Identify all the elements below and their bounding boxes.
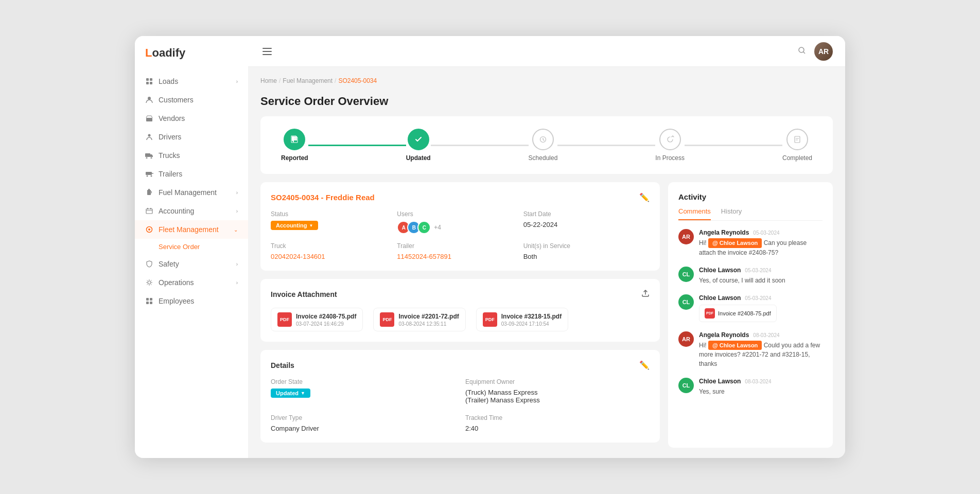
user-avatar[interactable]: AR	[814, 42, 833, 61]
topbar: AR	[248, 36, 845, 67]
content-row: SO2405-0034 - Freddie Read ✏️ Status Acc…	[260, 182, 833, 448]
sidebar-item-loads[interactable]: Loads ›	[135, 72, 248, 91]
sidebar-label-trucks: Trucks	[159, 151, 180, 160]
details-edit-button[interactable]: ✏️	[639, 360, 650, 370]
sidebar-item-employees[interactable]: Employees	[135, 292, 248, 310]
tab-comments[interactable]: Comments	[678, 207, 711, 220]
breadcrumb-home[interactable]: Home	[260, 77, 277, 84]
invoice-item-1[interactable]: PDF Invoice #2201-72.pdf 03-08-2024 12:3…	[373, 308, 465, 331]
user-icon	[145, 96, 153, 104]
hamburger-button[interactable]	[260, 46, 274, 57]
msg-author-5: Chloe Lawson	[699, 378, 741, 385]
sidebar-label-trailers: Trailers	[159, 170, 182, 178]
activity-message-3: CL Chloe Lawson 05-03-2024 PDF Invoice #…	[678, 294, 822, 322]
tab-history[interactable]: History	[721, 207, 742, 220]
chevron-right-icon-acct: ›	[236, 208, 238, 214]
units-label: Unit(s) in Service	[523, 242, 650, 250]
chevron-right-icon-safety: ›	[236, 261, 238, 267]
truck-label: Truck	[271, 242, 397, 250]
breadcrumb: Home / Fuel Management / SO2405-0034	[260, 77, 833, 84]
logo: Loadify	[135, 46, 248, 72]
order-start-date-field: Start Date 05-22-2024	[523, 210, 650, 234]
msg-date-1: 05-03-2024	[753, 230, 779, 236]
shield-icon	[145, 260, 153, 268]
sidebar-label-loads: Loads	[159, 77, 178, 85]
svg-rect-2	[146, 82, 149, 84]
sidebar-item-trailers[interactable]: Trailers	[135, 165, 248, 183]
invoice-date-1: 03-08-2024 12:35:11	[398, 321, 459, 327]
svg-rect-0	[146, 78, 149, 81]
sidebar-item-customers[interactable]: Customers	[135, 91, 248, 109]
sidebar-item-vendors[interactable]: Vendors	[135, 109, 248, 128]
msg-text-1: Hi! @ Chloe Lawson Can you please attach…	[699, 238, 822, 257]
attachment-pdf-icon: PDF	[705, 308, 715, 319]
breadcrumb-fuel[interactable]: Fuel Management	[283, 77, 332, 84]
sidebar-item-drivers[interactable]: Drivers	[135, 128, 248, 146]
order-grid: Status Accounting ▼ Users	[271, 210, 650, 260]
msg-text-2: Yes, of course, I will add it soon	[699, 276, 785, 285]
fleet-icon	[145, 225, 153, 234]
activity-message-1: AR Angela Reynolds 05-03-2024 Hi! @ Chlo…	[678, 229, 822, 257]
upload-button[interactable]	[641, 289, 650, 299]
msg-date-3: 05-03-2024	[745, 295, 771, 301]
updated-badge[interactable]: Updated ▼	[271, 389, 310, 398]
svg-rect-26	[150, 302, 152, 304]
order-truck-field: Truck 02042024-134601	[271, 242, 397, 260]
order-state-value: Updated ▼	[271, 389, 455, 398]
equipment-owner-trailer: (Trailer) Manass Express	[465, 396, 650, 404]
step-scheduled: Scheduled	[529, 129, 558, 162]
step-label-updated: Updated	[406, 154, 431, 162]
trailer-label: Trailer	[397, 242, 523, 250]
msg-attachment-3[interactable]: PDF Invoice #2408-75.pdf	[699, 305, 777, 322]
sidebar-label-accounting: Accounting	[159, 207, 194, 215]
invoice-item-2[interactable]: PDF Invoice #3218-15.pdf 03-09-2024 17:1…	[476, 308, 568, 331]
trailer-value[interactable]: 11452024-657891	[397, 253, 523, 260]
store-icon	[145, 114, 153, 122]
activity-title: Activity	[678, 192, 822, 201]
msg-avatar-5: CL	[678, 378, 694, 393]
order-status-field: Status Accounting ▼	[271, 210, 397, 234]
breadcrumb-so: SO2405-0034	[338, 77, 377, 84]
sidebar-item-service-order[interactable]: Service Order	[135, 239, 248, 255]
invoice-card: Invoice Attachment PDF	[260, 279, 660, 342]
sidebar-item-fuel-management[interactable]: Fuel Management ›	[135, 183, 248, 202]
msg-text-5: Yes, sure	[699, 387, 772, 396]
status-stepper: Reported Updated	[260, 116, 833, 174]
mention-tag-1: @ Chloe Lawson	[708, 238, 762, 248]
start-date-value: 05-22-2024	[523, 221, 650, 228]
sidebar-item-trucks[interactable]: Trucks	[135, 146, 248, 165]
mention-tag-4: @ Chloe Lawson	[708, 341, 762, 350]
order-info-card: SO2405-0034 - Freddie Read ✏️ Status Acc…	[260, 182, 660, 271]
step-label-inprocess: In Process	[655, 154, 685, 162]
truck-value[interactable]: 02042024-134601	[271, 253, 397, 260]
svg-point-4	[148, 97, 151, 100]
invoice-date-0: 03-07-2024 16:46:29	[296, 321, 356, 327]
grid-icon	[145, 77, 153, 85]
msg-author-4: Angela Reynolds	[699, 331, 749, 339]
fuel-icon	[145, 188, 153, 197]
sidebar-label-fleet: Fleet Management	[159, 225, 219, 234]
pdf-icon-0: PDF	[277, 312, 292, 327]
msg-avatar-1: AR	[678, 229, 694, 244]
invoice-title: Invoice Attachment	[271, 290, 337, 298]
step-completed: Completed	[782, 129, 812, 162]
step-circle-inprocess	[659, 129, 681, 150]
search-button[interactable]	[798, 46, 806, 57]
logo-text: Loadify	[145, 46, 185, 60]
status-badge[interactable]: Accounting ▼	[271, 221, 318, 230]
sidebar-item-fleet-management[interactable]: Fleet Management ⌄	[135, 220, 248, 239]
step-label-completed: Completed	[782, 154, 812, 162]
step-circle-reported	[284, 129, 305, 150]
sidebar-item-operations[interactable]: Operations ›	[135, 273, 248, 292]
invoice-item-0[interactable]: PDF Invoice #2408-75.pdf 03-07-2024 16:4…	[271, 308, 363, 331]
order-edit-button[interactable]: ✏️	[639, 192, 650, 202]
activity-card: Activity Comments History AR An	[668, 182, 833, 448]
activity-tabs: Comments History	[678, 207, 822, 221]
svg-rect-32	[795, 136, 800, 143]
sidebar-item-safety[interactable]: Safety ›	[135, 255, 248, 273]
tracked-time-label: Tracked Time	[465, 414, 650, 421]
driver-type-field: Driver Type Company Driver	[271, 414, 455, 432]
svg-line-28	[803, 51, 806, 54]
step-label-scheduled: Scheduled	[529, 154, 558, 162]
sidebar-item-accounting[interactable]: Accounting ›	[135, 202, 248, 220]
